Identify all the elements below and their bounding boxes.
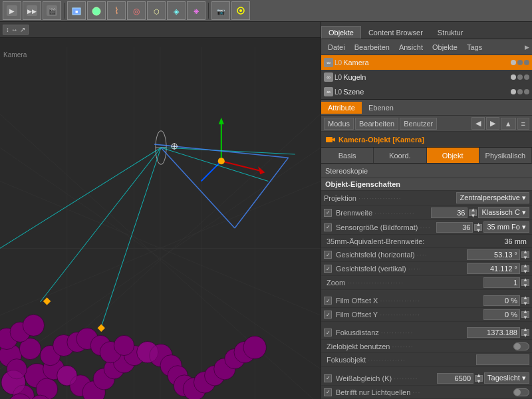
tool-sphere[interactable]	[87, 1, 106, 20]
obj-row-szene[interactable]: ∞ L0 Szene	[321, 84, 532, 99]
menu-tags[interactable]: Tags	[463, 42, 486, 53]
properties-section: Objekt-Eigenschaften Projektion ········…	[321, 178, 532, 399]
tab-objekte[interactable]: Objekte	[321, 26, 361, 39]
kugeln-dot-2	[517, 74, 523, 80]
toolbar-icon-group: ▶ ▶▶ 🎬 ■ ⌇ ◎ ⬡	[0, 1, 253, 20]
projektion-dropdown[interactable]: Zentralperspektive ▾	[456, 192, 529, 203]
film-y-input[interactable]	[483, 309, 520, 320]
zielobjekt-toggle[interactable]	[513, 342, 529, 350]
tab-struktur[interactable]: Struktur	[430, 26, 471, 39]
brennweite-spin[interactable]: ▲▼	[469, 209, 477, 216]
film-x-input[interactable]	[483, 295, 520, 306]
gfeld-h-spin[interactable]: ▲▼	[521, 251, 529, 258]
film-y-spin[interactable]: ▲▼	[521, 311, 529, 318]
kamera-dot-1	[511, 60, 516, 65]
attr-btn-benutzer[interactable]: Benutzer	[400, 118, 437, 130]
tool-icon-1[interactable]: ▶	[3, 1, 21, 20]
svg-text:⌇: ⌇	[114, 5, 119, 16]
tool-shape6[interactable]: ◈	[167, 1, 186, 20]
tool-shape7[interactable]: ❋	[187, 1, 205, 20]
film-x-checkbox[interactable]: ✓	[324, 297, 332, 305]
stereo-tab[interactable]: Stereoskopie	[321, 164, 532, 178]
prop-label-35mm: 35mm-Äquivalent-Brennweite:	[324, 237, 501, 245]
tool-shape5[interactable]: ⬡	[147, 1, 166, 20]
prop-film-x: ✓ Film Offset X ··············· ▲▼	[321, 294, 532, 308]
prop-value-zielobjekt	[513, 342, 529, 350]
gfeld-h-input[interactable]	[467, 249, 520, 260]
right-panel: Objekte Content Browser Struktur Datei B…	[321, 22, 532, 399]
prop-tab-objekt[interactable]: Objekt	[427, 148, 479, 163]
object-list: ∞ L0 Kamera ∞ L0 Kugeln	[321, 55, 532, 100]
brennweite-checkbox[interactable]: ✓	[324, 209, 332, 217]
sub-tab-ebenen[interactable]: Ebenen	[362, 102, 400, 114]
brennweite-input[interactable]	[431, 207, 467, 218]
prop-tab-basis[interactable]: Basis	[321, 148, 374, 163]
prop-label-sensorgroesse: ✓ Sensorgröße (Bildformat) ····	[324, 223, 436, 231]
prop-value-projektion: Zentralperspektive ▾	[456, 192, 529, 203]
weissabgleich-checkbox[interactable]: ✓	[324, 374, 332, 382]
menu-objekte[interactable]: Objekte	[428, 42, 462, 53]
prop-tab-koord[interactable]: Koord.	[374, 148, 426, 163]
prop-fokusdistanz: ✓ Fokusdistanz ············ ▲▼	[321, 326, 532, 340]
gfeld-v-checkbox[interactable]: ✓	[324, 265, 332, 273]
betrifft-knob	[514, 389, 521, 396]
tool-cube[interactable]: ■	[67, 1, 86, 20]
gfeld-v-spin[interactable]: ▲▼	[521, 265, 529, 272]
sensorgroesse-type-dropdown[interactable]: 35 mm Fo ▾	[483, 221, 529, 233]
film-y-checkbox[interactable]: ✓	[324, 311, 332, 319]
tool-light[interactable]	[231, 1, 250, 20]
attr-btn-up[interactable]: ▲	[501, 118, 516, 130]
weissabgleich-spin[interactable]: ▲▼	[475, 375, 483, 382]
fokusobjekt-input[interactable]	[476, 354, 529, 365]
menu-bearbeiten[interactable]: Bearbeiten	[350, 42, 394, 53]
attr-btn-bearbeiten[interactable]: Bearbeiten	[355, 118, 398, 130]
tool-camera[interactable]: 📷	[211, 1, 230, 20]
prop-value-gfeld-v: ▲▼	[467, 263, 529, 274]
attr-btn-arrow-right[interactable]: ▶	[486, 117, 499, 130]
sub-tab-attribute[interactable]: Attribute	[321, 102, 362, 114]
menu-datei[interactable]: Datei	[324, 42, 349, 53]
prop-tab-physikalisch[interactable]: Physikalisch	[479, 148, 532, 163]
stereo-label: Stereoskopie	[325, 167, 368, 175]
betrifft-checkbox[interactable]: ✓	[324, 388, 332, 396]
attr-sub-tabs: Attribute Ebenen	[321, 100, 532, 116]
weissabgleich-input[interactable]	[437, 373, 473, 384]
vp-btn-arrows[interactable]: ↕ ↔ ↗	[3, 25, 29, 35]
gfeld-v-input[interactable]	[467, 263, 520, 274]
zoom-input[interactable]	[483, 277, 520, 288]
tool-icon-3[interactable]: 🎬	[43, 1, 61, 20]
obj-row-kugeln[interactable]: ∞ L0 Kugeln	[321, 70, 532, 84]
sensorgroesse-checkbox[interactable]: ✓	[324, 223, 332, 231]
prop-sensorgroesse: ✓ Sensorgröße (Bildformat) ···· ▲▼ 35 mm…	[321, 220, 532, 235]
attr-toolbar: Modus Bearbeiten Benutzer ◀ ▶ ▲ ≡	[321, 116, 532, 132]
weissabgleich-type-dropdown[interactable]: Tageslicht ▾	[484, 372, 529, 384]
prop-tabs: Basis Koord. Objekt Physikalisch	[321, 148, 532, 164]
app-window: ▶ ▶▶ 🎬 ■ ⌇ ◎ ⬡	[0, 0, 532, 399]
svg-point-16	[239, 9, 242, 12]
prop-fokusobjekt: Fokusobjekt ··············	[321, 353, 532, 367]
betrifft-toggle[interactable]	[513, 388, 529, 396]
fokusdistanz-input[interactable]	[467, 327, 520, 338]
film-x-spin[interactable]: ▲▼	[521, 297, 529, 304]
prop-label-gfeld-v: ✓ Gesichtsfeld (vertikal) ·····	[324, 265, 467, 273]
tool-icon-2[interactable]: ▶▶	[23, 1, 41, 20]
brennweite-type-dropdown[interactable]: Klassisch C ▾	[478, 207, 529, 218]
zoom-spin[interactable]: ▲▼	[521, 279, 529, 286]
sensorgroesse-input[interactable]	[436, 222, 473, 233]
attr-btn-more[interactable]: ≡	[517, 118, 529, 130]
menu-ansicht[interactable]: Ansicht	[395, 42, 427, 53]
fokusdistanz-spin[interactable]: ▲▼	[521, 329, 529, 336]
prop-label-brennweite: ✓ Brennweite ···············	[324, 209, 431, 217]
tool-shape4[interactable]: ◎	[127, 1, 146, 20]
szene-dot-3	[524, 89, 529, 94]
tool-shape3[interactable]: ⌇	[107, 1, 126, 20]
fokusdistanz-checkbox[interactable]: ✓	[324, 329, 332, 336]
svg-text:▶▶: ▶▶	[27, 8, 37, 15]
gfeld-h-checkbox[interactable]: ✓	[324, 251, 332, 259]
tab-content-browser[interactable]: Content Browser	[361, 26, 430, 39]
attr-btn-arrow-left[interactable]: ◀	[471, 117, 485, 130]
attr-btn-modus[interactable]: Modus	[324, 118, 354, 130]
obj-row-kamera[interactable]: ∞ L0 Kamera	[321, 55, 532, 70]
sensorgroesse-spin[interactable]: ▲▼	[474, 224, 482, 231]
content-area: ↕ ↔ ↗	[0, 22, 532, 399]
